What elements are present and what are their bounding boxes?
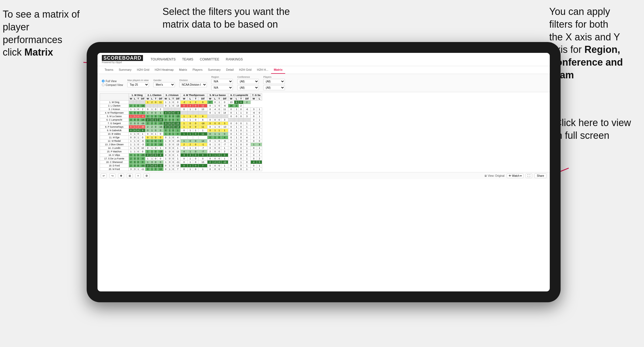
settings-button[interactable]: ⚙	[144, 174, 150, 178]
sub-nav: Teams Summary H2H Grid H2H Heatmap Matri…	[97, 66, 550, 74]
col-header-w7: 7. G Sa	[251, 94, 262, 97]
conference-select2[interactable]: (All)	[237, 85, 259, 90]
ann-center-text: Select the filters you want the matrix d…	[162, 6, 290, 30]
table-row: 15. P Maichon 1100 110-19 10013 410-7 20…	[100, 150, 262, 153]
annotation-left: To see a matrix of player performances c…	[3, 8, 89, 59]
ann-right-l2: filters for both	[549, 19, 608, 30]
players-label: Players	[263, 76, 285, 78]
annotation-center: Select the filters you want the matrix d…	[162, 5, 292, 31]
col-header-player	[100, 94, 129, 101]
undo-button[interactable]: ↩	[101, 174, 107, 178]
ann-left-line1: To see a matrix of	[3, 9, 80, 20]
col-header-w5: 5. M La Sasso	[207, 94, 228, 97]
matrix-scroll-area[interactable]: 1. W Ding 2. L Clanton 3. J Koivun 4. M …	[97, 92, 550, 172]
table-row: 14. J Lundin 11010 0101 0001 010-7 0001 …	[100, 146, 262, 150]
redo-button[interactable]: ↪	[109, 174, 115, 178]
region-label: Region	[211, 76, 233, 78]
zoom-fit-button[interactable]: ⊞	[127, 174, 133, 178]
table-row: 7. G Sargent 200-16 220-15 30013 100-16 …	[100, 122, 262, 125]
table-row: 1. W Ding 12011 1100 -2120 17 01013 90 2	[100, 101, 262, 104]
table-row: 4. M Thorbjornsen 1001 1001 400-3 01014 …	[100, 111, 262, 115]
col-header-w1: 1. W Ding	[129, 94, 145, 97]
watch-button[interactable]: 👁 Watch ▾	[507, 174, 524, 178]
scoreboard-logo: SCOREBOARD Powered by clippd	[102, 55, 143, 64]
col-header-w4: 4. M Thorbjornsen	[181, 94, 207, 97]
col-header-w2: 2. L Clanton	[145, 94, 164, 97]
tab-summary2[interactable]: Summary	[205, 66, 223, 74]
ann-br-l2: in full screen	[555, 130, 609, 141]
conference-label: Conference	[237, 76, 259, 78]
tab-teams[interactable]: Teams	[102, 66, 116, 74]
division-select[interactable]: NCAA Division I	[179, 82, 207, 87]
table-row: 11. M Ege 0010 0100 0104 0104 0104 01	[100, 136, 262, 139]
compact-view-radio-circle	[102, 83, 105, 86]
view-label: 🖥 View: Original	[484, 174, 504, 177]
division-filter: Division NCAA Division I	[179, 79, 207, 87]
table-row: 18. C Sherwood 2000 1300 100-11 01013 22…	[100, 160, 262, 164]
annotation-right: You can apply filters for both the X axi…	[549, 5, 636, 82]
tab-players[interactable]: Players	[190, 66, 205, 74]
nav-teams[interactable]: TEAMS	[182, 56, 193, 62]
table-row: 13. J Skov Olesen 110-3 210-19 10013 220…	[100, 143, 262, 146]
full-view-radio-circle	[102, 80, 105, 82]
pan-button[interactable]: ✥	[118, 174, 124, 178]
table-row: 6. C Lamprecht 300-16 24124 3006 1106 00…	[100, 118, 262, 122]
zoom-in-button[interactable]: +	[135, 174, 141, 178]
max-players-select[interactable]: Top 25	[127, 82, 149, 87]
tab-detail[interactable]: Detail	[223, 66, 236, 74]
table-row: 3. J Koivun 1102 0102 01013 04011 010-6 …	[100, 108, 262, 111]
tab-h2h-heatmap[interactable]: H2H Heatmap	[152, 66, 176, 74]
tab-h2h-grid[interactable]: H2H Grid	[134, 66, 152, 74]
compact-view-radio[interactable]: Compact View	[102, 83, 123, 86]
conference-select1[interactable]: (All)	[237, 79, 259, 84]
ann-right-l1: You can apply	[549, 6, 610, 17]
table-row: 8. P Summerhays 512-46 220-16 30013 1001…	[100, 125, 262, 129]
app-header: SCOREBOARD Powered by clippd TOURNAMENTS…	[97, 53, 550, 66]
annotation-bottom-right: Click here to view in full screen	[555, 117, 636, 142]
matrix-table: 1. W Ding 2. L Clanton 3. J Koivun 4. M …	[100, 93, 262, 171]
table-row: 19. D Ford 200-20 240-1 01013 0107 0001 …	[100, 164, 262, 168]
players-select1[interactable]: (All)	[263, 79, 285, 84]
ann-right-l3: the X axis and Y	[549, 31, 620, 43]
tab-summary[interactable]: Summary	[116, 66, 134, 74]
tab-matrix[interactable]: Matrix	[176, 66, 190, 74]
tablet-frame: SCOREBOARD Powered by clippd TOURNAMENTS…	[87, 42, 561, 302]
share-button[interactable]: Share	[534, 174, 547, 178]
ann-left-line3-normal: click	[3, 47, 24, 58]
ann-left-line3-bold: Matrix	[24, 47, 53, 58]
screen-toggle-button[interactable]: ⛶	[526, 174, 532, 178]
max-players-filter: Max players in view Top 25	[127, 79, 149, 87]
full-view-label: Full View	[106, 80, 116, 83]
region-select1[interactable]: N/A	[211, 79, 233, 84]
max-players-label: Max players in view	[127, 79, 149, 82]
tablet-screen: SCOREBOARD Powered by clippd TOURNAMENTS…	[97, 53, 550, 291]
region-filter: Region N/A N/A	[211, 76, 233, 90]
full-view-radio[interactable]: Full View	[102, 80, 123, 83]
table-row: 2. L Clanton 210-16 01013 04011 010-6 24…	[100, 104, 262, 108]
nav-rankings[interactable]: RANKINGS	[226, 56, 243, 62]
compact-view-label: Compact View	[106, 83, 123, 86]
table-row: 10. B Valdes 1101 0010 1010 11011 0110 0…	[100, 132, 262, 136]
tab-h2hh[interactable]: H2H H...	[254, 66, 271, 74]
gender-label: Gender	[153, 79, 175, 82]
ann-br-l1: Click here to view	[555, 117, 631, 128]
table-row: 5. M La Sasso 150-6 1106 300-15 1106 000…	[100, 115, 262, 118]
players-select2[interactable]: (All)	[263, 85, 285, 90]
gender-select[interactable]: Men's	[153, 82, 175, 87]
nav-tournaments[interactable]: TOURNAMENTS	[151, 56, 175, 62]
view-radio-group: Full View Compact View	[102, 80, 123, 86]
col-header-w6: 6. C Lamprecht	[228, 94, 251, 97]
table-row: 17. S De La Fuente 200-8 1100 1001 0100 …	[100, 157, 262, 160]
conference-filter: Conference (All) (All)	[237, 76, 259, 90]
filter-area: Full View Compact View Max players in vi…	[97, 74, 550, 92]
players-filter: Players (All) (All)	[263, 76, 285, 90]
ann-right-l4b: Region,	[584, 44, 620, 55]
region-select2[interactable]: N/A	[211, 85, 233, 90]
tab-matrix-active[interactable]: Matrix	[271, 66, 285, 74]
tab-h2h-grid2[interactable]: H2H Grid	[236, 66, 254, 74]
division-label: Division	[179, 79, 207, 82]
nav-committee[interactable]: COMMITTEE	[200, 56, 219, 62]
main-nav: TOURNAMENTS TEAMS COMMITTEE RANKINGS	[151, 56, 243, 62]
table-row: 12. M Riedel 110-6 1100 100-15 10014 010…	[100, 139, 262, 143]
toolbar-view-area: 🖥 View: Original 👁 Watch ▾ ⛶ Share	[484, 174, 547, 178]
